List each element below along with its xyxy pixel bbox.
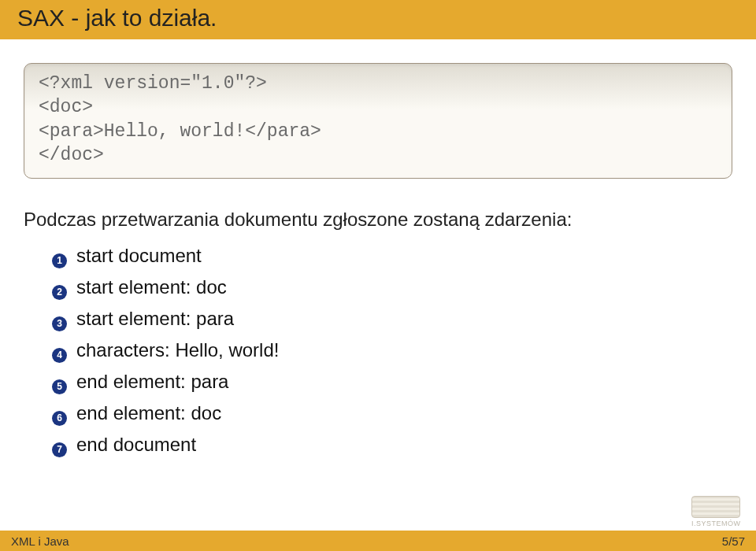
list-item: 4 characters: Hello, world! — [52, 339, 732, 361]
list-item: 1 start document — [52, 245, 732, 267]
list-number-icon: 3 — [52, 316, 67, 331]
list-number-icon: 6 — [52, 411, 67, 426]
event-list: 1 start document 2 start element: doc 3 … — [24, 245, 732, 456]
list-item-text: end document — [76, 434, 196, 456]
xml-code-block: <?xml version="1.0"?> <doc> <para>Hello,… — [24, 63, 732, 179]
list-item-text: start element: para — [76, 308, 234, 330]
list-item-text: start document — [76, 245, 202, 267]
logo-label: I.SYSTEMÓW — [691, 520, 740, 527]
institution-logo: I.SYSTEMÓW — [691, 496, 740, 527]
list-item: 3 start element: para — [52, 308, 732, 330]
list-number-icon: 7 — [52, 442, 67, 457]
list-item-text: start element: doc — [76, 276, 227, 298]
slide-title: SAX - jak to działa. — [0, 0, 756, 39]
code-line: <doc> — [39, 95, 717, 119]
list-number-icon: 5 — [52, 379, 67, 394]
list-item: 2 start element: doc — [52, 276, 732, 298]
list-item: 6 end element: doc — [52, 402, 732, 424]
list-item-text: end element: doc — [76, 402, 221, 424]
logo-icon — [691, 496, 740, 518]
list-item-text: characters: Hello, world! — [76, 339, 279, 361]
footer-left-text: XML i Java — [11, 534, 69, 548]
list-item: 7 end document — [52, 434, 732, 456]
code-line: <?xml version="1.0"?> — [39, 72, 717, 95]
list-number-icon: 1 — [52, 253, 67, 268]
list-number-icon: 4 — [52, 348, 67, 363]
slide-content: <?xml version="1.0"?> <doc> <para>Hello,… — [0, 39, 756, 456]
slide-footer: XML i Java 5/57 — [0, 531, 756, 551]
list-number-icon: 2 — [52, 285, 67, 300]
code-line: <para>Hello, world!</para> — [39, 120, 717, 143]
code-line: </doc> — [39, 143, 717, 167]
title-text: SAX - jak to działa. — [17, 5, 217, 31]
page-number: 5/57 — [722, 534, 745, 548]
list-item: 5 end element: para — [52, 371, 732, 393]
intro-text: Podczas przetwarzania dokumentu zgłoszon… — [24, 209, 732, 231]
list-item-text: end element: para — [76, 371, 228, 393]
